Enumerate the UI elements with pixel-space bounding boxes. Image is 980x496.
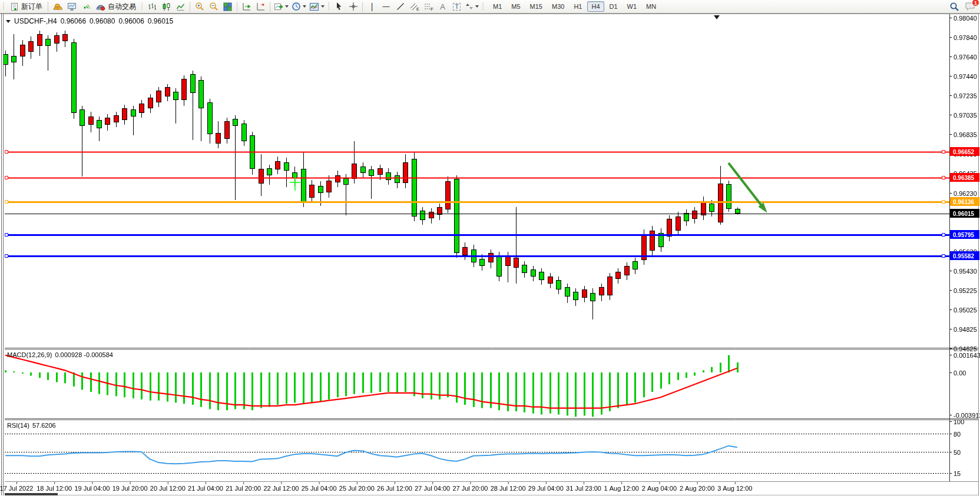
- search-button[interactable]: [948, 1, 961, 12]
- macd-values: 0.000928 -0.000584: [55, 351, 112, 358]
- cursor-icon: [335, 2, 343, 11]
- deposit-gold-button[interactable]: [51, 1, 64, 12]
- candle-chart-icon: [162, 2, 171, 11]
- chart-bars-button[interactable]: [145, 1, 159, 12]
- vertical-line-button[interactable]: |: [365, 1, 379, 12]
- chevron-down-icon: [475, 5, 479, 8]
- crosshair-icon: [349, 2, 358, 11]
- separator: [48, 2, 48, 12]
- text-label-icon: T: [453, 3, 461, 11]
- tab-timeframe-d1[interactable]: D1: [605, 1, 622, 12]
- auto-trading-label: 自动交易: [108, 2, 136, 12]
- new-order-icon: [10, 2, 19, 11]
- arrows-button[interactable]: [464, 1, 480, 12]
- vertical-line-icon: |: [371, 2, 373, 11]
- macd-indicator-label: MACD(12,26,9)0.000928 -0.000584: [7, 351, 113, 358]
- ohlc-open: 0.96066: [61, 17, 86, 25]
- rsi-indicator-label: RSI(14)57.6206: [7, 422, 56, 429]
- zoom-out-icon: [209, 2, 218, 11]
- auto-scroll-icon: [242, 2, 251, 11]
- auto-scroll-button[interactable]: [240, 1, 253, 12]
- collapse-arrow-icon[interactable]: [6, 20, 11, 23]
- separator: [190, 2, 190, 12]
- tab-timeframe-m30[interactable]: M30: [548, 1, 568, 12]
- new-order-button[interactable]: 新订单: [7, 1, 45, 12]
- svg-text:F: F: [431, 6, 433, 11]
- toolbar-grip: [141, 2, 144, 11]
- text-label-button[interactable]: T: [450, 1, 463, 12]
- chart-shift-icon: [256, 2, 266, 11]
- equidistant-channel-button[interactable]: E: [408, 1, 421, 12]
- notifications-button[interactable]: 1: [965, 2, 975, 11]
- fibonacci-icon: F: [424, 2, 433, 11]
- ohlc-low: 0.96006: [118, 17, 144, 25]
- toolbar-grip: [482, 2, 485, 11]
- monitor-icon: [67, 2, 77, 11]
- trendline-button[interactable]: [393, 1, 407, 12]
- channel-icon: E: [410, 2, 419, 11]
- zoom-in-icon: [195, 2, 204, 11]
- chart-symbol-period: USDCHF-,H4: [14, 17, 57, 25]
- text-icon: A: [440, 3, 445, 11]
- line-chart-icon: [176, 2, 185, 11]
- zoom-out-button[interactable]: [207, 1, 220, 12]
- text-button[interactable]: A: [436, 1, 449, 12]
- chevron-down-icon: [321, 5, 325, 8]
- toolbar-grip: [327, 2, 330, 11]
- toolbar-grip: [2, 2, 5, 11]
- template-icon: [309, 2, 319, 11]
- trendline-icon: [396, 2, 405, 11]
- ohlc-high: 0.96080: [90, 17, 115, 25]
- chart-canvas[interactable]: [0, 0, 980, 496]
- tab-timeframe-h1[interactable]: H1: [570, 1, 586, 12]
- tab-timeframe-h4[interactable]: H4: [587, 1, 604, 12]
- virtual-hosting-button[interactable]: [65, 1, 78, 12]
- horizontal-line-icon: —: [383, 3, 390, 10]
- chart-shift-button[interactable]: [254, 1, 267, 12]
- zoom-in-button[interactable]: [193, 1, 206, 12]
- rsi-name: RSI(14): [7, 422, 29, 429]
- separator: [362, 2, 363, 12]
- tab-timeframe-m1[interactable]: M1: [489, 1, 506, 12]
- tab-timeframe-m5[interactable]: M5: [507, 1, 524, 12]
- gold-ingot-icon: [53, 2, 62, 11]
- new-order-label: 新订单: [21, 2, 42, 12]
- clock-icon: [292, 2, 301, 11]
- auto-trading-button[interactable]: 自动交易: [93, 1, 139, 12]
- ohlc-close: 0.96015: [148, 17, 173, 25]
- bar-chart-icon: [148, 2, 157, 11]
- chart-candles-button[interactable]: [160, 1, 173, 12]
- macd-name: MACD(12,26,9): [7, 351, 52, 358]
- auto-trading-icon: [96, 2, 105, 11]
- periods-button[interactable]: [290, 1, 307, 12]
- tile-windows-icon: [223, 2, 232, 11]
- arrows-icon: [465, 2, 474, 11]
- chart-title: USDCHF-,H4 0.96066 0.96080 0.96006 0.960…: [6, 17, 173, 25]
- timeframe-group: M1M5M15M30H1H4D1W1MN: [489, 1, 660, 12]
- crosshair-button[interactable]: [346, 1, 360, 12]
- indicator-add-icon: [274, 2, 283, 11]
- notification-badge: 1: [972, 0, 979, 6]
- svg-text:E: E: [416, 7, 419, 11]
- tile-windows-button[interactable]: [221, 1, 234, 12]
- fibonacci-button[interactable]: F: [422, 1, 435, 12]
- cursor-button[interactable]: [332, 1, 346, 12]
- indicators-button[interactable]: [273, 1, 290, 12]
- rsi-value: 57.6206: [32, 422, 56, 429]
- search-icon: [949, 2, 959, 12]
- toolbar-right-group: 1: [948, 1, 979, 12]
- toolbar: 新订单 自动交易: [0, 0, 980, 14]
- horizontal-line-button[interactable]: —: [379, 1, 393, 12]
- chart-line-button[interactable]: [174, 1, 187, 12]
- tab-timeframe-mn[interactable]: MN: [642, 1, 660, 12]
- chevron-down-icon: [285, 5, 289, 8]
- tab-timeframe-w1[interactable]: W1: [623, 1, 641, 12]
- signal-icon: [81, 2, 91, 11]
- tab-timeframe-m15[interactable]: M15: [526, 1, 547, 12]
- templates-button[interactable]: [308, 1, 326, 12]
- signals-button[interactable]: [79, 1, 92, 12]
- chevron-down-icon: [303, 5, 306, 8]
- separator: [270, 2, 270, 12]
- separator: [237, 2, 237, 12]
